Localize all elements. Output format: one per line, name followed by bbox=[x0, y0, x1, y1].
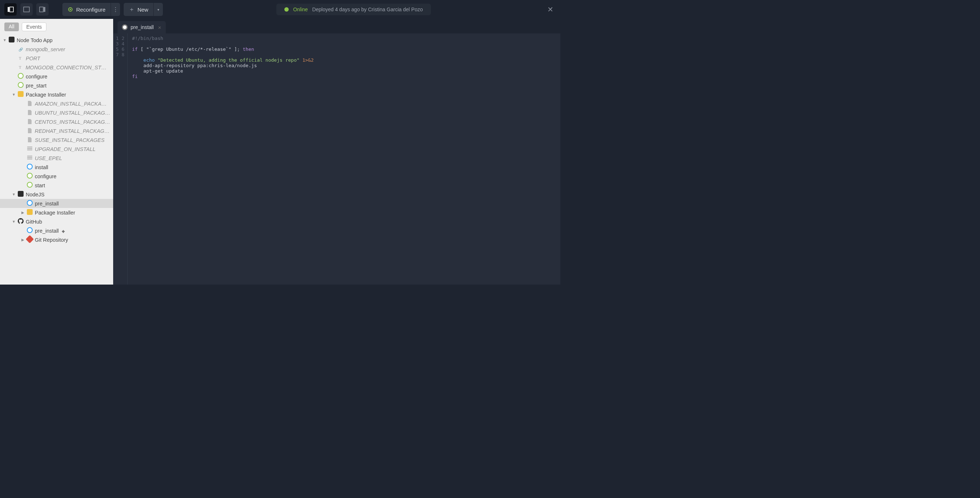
status-message: Deployed 4 days ago by Cristina Garcia d… bbox=[312, 6, 423, 12]
chevron-down-icon[interactable]: ▼ bbox=[12, 93, 16, 97]
file-icon bbox=[27, 110, 33, 116]
target-blue-icon bbox=[27, 164, 33, 171]
tree-row[interactable]: ▶Git Repository bbox=[0, 235, 113, 244]
tab-close-button[interactable]: × bbox=[158, 24, 161, 30]
chevron-right-icon[interactable]: ▶ bbox=[21, 238, 25, 242]
topbar: Reconfigure ⋮ ＋ New ▾ Online Deployed 4 … bbox=[0, 0, 560, 19]
chevron-right-icon[interactable]: ▶ bbox=[21, 211, 25, 214]
tree-row[interactable]: ▼NodeJS bbox=[0, 190, 113, 199]
chevron-down-icon[interactable]: ▼ bbox=[12, 192, 16, 196]
package-icon bbox=[27, 209, 33, 216]
chevron-down-icon[interactable]: ▼ bbox=[3, 38, 6, 42]
tree-label: Package Installer bbox=[26, 92, 66, 97]
view-toggle-2[interactable] bbox=[20, 3, 33, 16]
chevron-down-icon: ▾ bbox=[158, 8, 159, 12]
tree-row[interactable]: UBUNTU_INSTALL_PACKAGES bbox=[0, 108, 113, 117]
tab-all[interactable]: All bbox=[4, 22, 19, 31]
tree-label: mongodb_server bbox=[26, 46, 65, 52]
file-tree: ▼Node Todo App🔗mongodb_serverTPORTTMONGO… bbox=[0, 34, 113, 252]
gear-icon bbox=[67, 6, 73, 12]
new-group: ＋ New ▾ bbox=[124, 3, 163, 16]
tree-row[interactable]: REDHAT_INSTALL_PACKAGES bbox=[0, 126, 113, 136]
sidebar-tabs: All Events bbox=[0, 19, 113, 34]
tree-row[interactable]: AMAZON_INSTALL_PACKAGES bbox=[0, 99, 113, 108]
editor-tabstrip: pre_install × bbox=[113, 19, 560, 34]
tree-label: configure bbox=[35, 174, 57, 179]
tree-label: install bbox=[35, 164, 48, 170]
tree-label: NodeJS bbox=[26, 192, 45, 198]
view-toggle-3[interactable] bbox=[36, 3, 49, 16]
tree-label: pre_install bbox=[35, 201, 59, 206]
tree-row[interactable]: ▼Node Todo App bbox=[0, 35, 113, 45]
tree-row[interactable]: SUSE_INSTALL_PACKAGES bbox=[0, 136, 113, 144]
target-green-icon bbox=[18, 73, 24, 80]
target-blue-icon bbox=[27, 227, 33, 234]
tree-label: MONGODB_CONNECTION_STRING bbox=[26, 65, 110, 70]
view-toggle-1[interactable] bbox=[4, 3, 17, 16]
list-icon bbox=[27, 146, 33, 152]
svg-rect-4 bbox=[43, 7, 45, 12]
svg-rect-1 bbox=[10, 7, 13, 12]
list-icon bbox=[27, 155, 33, 161]
tree-row[interactable]: configure bbox=[0, 72, 113, 81]
code-content[interactable]: #!/bin/bash if [ "`grep Ubuntu /etc/*-re… bbox=[128, 34, 560, 284]
chevron-down-icon[interactable]: ▼ bbox=[12, 220, 16, 223]
close-button[interactable]: ✕ bbox=[544, 4, 556, 15]
svg-rect-0 bbox=[8, 7, 10, 12]
tab-events[interactable]: Events bbox=[22, 22, 47, 31]
target-icon bbox=[122, 24, 128, 30]
reconfigure-menu-button[interactable]: ⋮ bbox=[111, 3, 120, 16]
file-icon bbox=[27, 128, 33, 134]
line-gutter: 1 2 3 4 5 6 7 8 bbox=[113, 34, 128, 284]
tree-label: REDHAT_INSTALL_PACKAGES bbox=[35, 128, 110, 134]
code-editor[interactable]: 1 2 3 4 5 6 7 8 #!/bin/bash if [ "`grep … bbox=[113, 34, 560, 284]
plus-icon: ＋ bbox=[129, 6, 135, 13]
tree-row[interactable]: UPGRADE_ON_INSTALL bbox=[0, 144, 113, 153]
target-blue-icon bbox=[27, 200, 33, 207]
new-button[interactable]: ＋ New bbox=[124, 3, 153, 16]
file-icon bbox=[27, 119, 33, 125]
tree-label: Package Installer bbox=[35, 210, 75, 215]
tree-label: AMAZON_INSTALL_PACKAGES bbox=[35, 101, 110, 107]
link-icon: 🔗 bbox=[18, 46, 24, 53]
editor-tab[interactable]: pre_install × bbox=[118, 21, 166, 34]
tree-row[interactable]: USE_EPEL bbox=[0, 153, 113, 163]
tree-row[interactable]: pre_start bbox=[0, 81, 113, 90]
tree-row[interactable]: 🔗mongodb_server bbox=[0, 45, 113, 54]
reconfigure-button[interactable]: Reconfigure bbox=[62, 3, 111, 16]
tree-row[interactable]: ▶Package Installer bbox=[0, 208, 113, 217]
status-pill[interactable]: Online Deployed 4 days ago by Cristina G… bbox=[276, 4, 431, 15]
git-icon bbox=[27, 236, 33, 243]
github-icon bbox=[18, 218, 24, 225]
target-green-icon bbox=[27, 173, 33, 180]
svg-rect-3 bbox=[40, 7, 43, 12]
tree-label: pre_install bbox=[35, 228, 59, 234]
tree-label: PORT bbox=[26, 56, 40, 61]
new-menu-button[interactable]: ▾ bbox=[153, 3, 163, 16]
tree-row[interactable]: install bbox=[0, 163, 113, 172]
tree-label: pre_start bbox=[26, 83, 46, 89]
editor-tab-title: pre_install bbox=[130, 24, 154, 30]
tree-row[interactable]: pre_install bbox=[0, 226, 113, 235]
tree-row[interactable]: configure bbox=[0, 172, 113, 181]
editor-area: pre_install × 1 2 3 4 5 6 7 8 #!/bin/bas… bbox=[113, 19, 560, 284]
tree-row[interactable]: TMONGODB_CONNECTION_STRING bbox=[0, 63, 113, 72]
tree-row[interactable]: CENTOS_INSTALL_PACKAGES bbox=[0, 117, 113, 126]
svg-rect-2 bbox=[24, 7, 29, 12]
svg-text:T: T bbox=[19, 56, 21, 60]
tree-label: Git Repository bbox=[35, 237, 68, 243]
node-icon bbox=[18, 191, 24, 198]
tree-row[interactable]: ▼GitHub bbox=[0, 217, 113, 226]
tree-row[interactable]: pre_install bbox=[0, 199, 113, 208]
tree-row[interactable]: TPORT bbox=[0, 54, 113, 63]
tree-label: Node Todo App bbox=[17, 37, 52, 43]
target-green-icon bbox=[18, 82, 24, 89]
tree-row[interactable]: ▼Package Installer bbox=[0, 90, 113, 99]
text-icon: T bbox=[18, 64, 24, 71]
status-label: Online bbox=[293, 6, 307, 12]
package-icon bbox=[18, 91, 24, 98]
tree-row[interactable]: start bbox=[0, 181, 113, 190]
tree-label: start bbox=[35, 183, 45, 188]
tree-label: CENTOS_INSTALL_PACKAGES bbox=[35, 119, 110, 125]
close-icon: ✕ bbox=[547, 5, 554, 14]
